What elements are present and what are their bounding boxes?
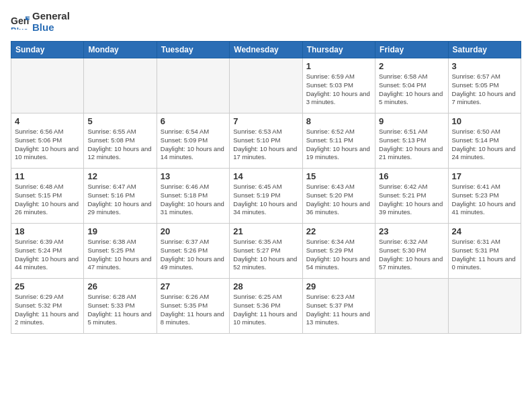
weekday-header-thursday: Thursday xyxy=(302,42,375,58)
day-number: 5 xyxy=(87,116,152,126)
calendar-cell: 28Sunrise: 6:25 AM Sunset: 5:36 PM Dayli… xyxy=(230,279,302,334)
calendar-cell: 12Sunrise: 6:47 AM Sunset: 5:16 PM Dayli… xyxy=(84,169,157,224)
day-info: Sunrise: 6:31 AM Sunset: 5:31 PM Dayligh… xyxy=(452,238,517,272)
day-number: 4 xyxy=(15,116,80,126)
day-number: 15 xyxy=(306,171,371,181)
day-number: 29 xyxy=(306,281,371,291)
day-number: 11 xyxy=(15,171,80,181)
calendar-cell: 19Sunrise: 6:38 AM Sunset: 5:25 PM Dayli… xyxy=(84,224,157,279)
day-number: 21 xyxy=(233,226,298,236)
calendar-cell xyxy=(375,279,448,334)
day-number: 22 xyxy=(306,226,371,236)
calendar-cell: 27Sunrise: 6:26 AM Sunset: 5:35 PM Dayli… xyxy=(157,279,229,334)
day-info: Sunrise: 6:59 AM Sunset: 5:03 PM Dayligh… xyxy=(306,73,371,107)
svg-text:Blue: Blue xyxy=(11,26,28,30)
page-container: General Blue General Blue SundayMondayTu… xyxy=(0,0,532,342)
calendar-header-row: SundayMondayTuesdayWednesdayThursdayFrid… xyxy=(11,42,521,58)
calendar-cell: 2Sunrise: 6:58 AM Sunset: 5:04 PM Daylig… xyxy=(375,58,448,113)
day-number: 8 xyxy=(306,116,371,126)
calendar-cell xyxy=(157,58,229,113)
day-number: 25 xyxy=(15,281,80,291)
day-number: 27 xyxy=(161,281,226,291)
logo-icon: General Blue xyxy=(11,15,30,30)
weekday-header-monday: Monday xyxy=(84,42,157,58)
weekday-header-saturday: Saturday xyxy=(448,42,521,58)
day-number: 24 xyxy=(452,226,517,236)
day-info: Sunrise: 6:43 AM Sunset: 5:20 PM Dayligh… xyxy=(306,183,371,217)
day-info: Sunrise: 6:53 AM Sunset: 5:10 PM Dayligh… xyxy=(233,128,298,162)
day-number: 7 xyxy=(233,116,298,126)
calendar-week-row: 1Sunrise: 6:59 AM Sunset: 5:03 PM Daylig… xyxy=(11,58,521,113)
calendar-week-row: 11Sunrise: 6:48 AM Sunset: 5:15 PM Dayli… xyxy=(11,169,521,224)
calendar-cell: 14Sunrise: 6:45 AM Sunset: 5:19 PM Dayli… xyxy=(230,169,302,224)
day-info: Sunrise: 6:45 AM Sunset: 5:19 PM Dayligh… xyxy=(233,183,298,217)
day-number: 16 xyxy=(379,171,444,181)
calendar-table: SundayMondayTuesdayWednesdayThursdayFrid… xyxy=(11,41,521,334)
day-number: 6 xyxy=(161,116,226,126)
day-number: 3 xyxy=(452,61,517,71)
calendar-cell: 15Sunrise: 6:43 AM Sunset: 5:20 PM Dayli… xyxy=(302,169,375,224)
day-info: Sunrise: 6:46 AM Sunset: 5:18 PM Dayligh… xyxy=(161,183,226,217)
day-number: 26 xyxy=(87,281,152,291)
weekday-header-friday: Friday xyxy=(375,42,448,58)
day-info: Sunrise: 6:56 AM Sunset: 5:06 PM Dayligh… xyxy=(15,128,80,162)
calendar-cell: 7Sunrise: 6:53 AM Sunset: 5:10 PM Daylig… xyxy=(230,113,302,169)
day-info: Sunrise: 6:37 AM Sunset: 5:26 PM Dayligh… xyxy=(161,238,226,272)
day-number: 28 xyxy=(233,281,298,291)
calendar-cell: 25Sunrise: 6:29 AM Sunset: 5:32 PM Dayli… xyxy=(11,279,84,334)
day-info: Sunrise: 6:55 AM Sunset: 5:08 PM Dayligh… xyxy=(87,128,152,162)
day-info: Sunrise: 6:57 AM Sunset: 5:05 PM Dayligh… xyxy=(452,73,517,107)
day-info: Sunrise: 6:42 AM Sunset: 5:21 PM Dayligh… xyxy=(379,183,444,217)
day-info: Sunrise: 6:51 AM Sunset: 5:13 PM Dayligh… xyxy=(379,128,444,162)
day-info: Sunrise: 6:38 AM Sunset: 5:25 PM Dayligh… xyxy=(87,238,152,272)
calendar-cell: 18Sunrise: 6:39 AM Sunset: 5:24 PM Dayli… xyxy=(11,224,84,279)
day-info: Sunrise: 6:47 AM Sunset: 5:16 PM Dayligh… xyxy=(87,183,152,217)
day-info: Sunrise: 6:50 AM Sunset: 5:14 PM Dayligh… xyxy=(452,128,517,162)
calendar-cell: 24Sunrise: 6:31 AM Sunset: 5:31 PM Dayli… xyxy=(448,224,521,279)
calendar-cell: 10Sunrise: 6:50 AM Sunset: 5:14 PM Dayli… xyxy=(448,113,521,169)
day-number: 1 xyxy=(306,61,371,71)
calendar-cell: 6Sunrise: 6:54 AM Sunset: 5:09 PM Daylig… xyxy=(157,113,229,169)
calendar-cell: 23Sunrise: 6:32 AM Sunset: 5:30 PM Dayli… xyxy=(375,224,448,279)
day-number: 23 xyxy=(379,226,444,236)
calendar-cell xyxy=(11,58,84,113)
calendar-cell: 3Sunrise: 6:57 AM Sunset: 5:05 PM Daylig… xyxy=(448,58,521,113)
day-info: Sunrise: 6:34 AM Sunset: 5:29 PM Dayligh… xyxy=(306,238,371,272)
day-info: Sunrise: 6:58 AM Sunset: 5:04 PM Dayligh… xyxy=(379,73,444,107)
day-info: Sunrise: 6:29 AM Sunset: 5:32 PM Dayligh… xyxy=(15,293,80,327)
day-info: Sunrise: 6:23 AM Sunset: 5:37 PM Dayligh… xyxy=(306,293,371,327)
calendar-week-row: 4Sunrise: 6:56 AM Sunset: 5:06 PM Daylig… xyxy=(11,113,521,169)
day-number: 9 xyxy=(379,116,444,126)
calendar-cell xyxy=(230,58,302,113)
calendar-week-row: 25Sunrise: 6:29 AM Sunset: 5:32 PM Dayli… xyxy=(11,279,521,334)
calendar-cell: 16Sunrise: 6:42 AM Sunset: 5:21 PM Dayli… xyxy=(375,169,448,224)
day-info: Sunrise: 6:52 AM Sunset: 5:11 PM Dayligh… xyxy=(306,128,371,162)
calendar-cell: 26Sunrise: 6:28 AM Sunset: 5:33 PM Dayli… xyxy=(84,279,157,334)
calendar-cell: 1Sunrise: 6:59 AM Sunset: 5:03 PM Daylig… xyxy=(302,58,375,113)
calendar-cell: 20Sunrise: 6:37 AM Sunset: 5:26 PM Dayli… xyxy=(157,224,229,279)
day-number: 13 xyxy=(161,171,226,181)
calendar-cell: 13Sunrise: 6:46 AM Sunset: 5:18 PM Dayli… xyxy=(157,169,229,224)
calendar-cell: 5Sunrise: 6:55 AM Sunset: 5:08 PM Daylig… xyxy=(84,113,157,169)
calendar-cell: 29Sunrise: 6:23 AM Sunset: 5:37 PM Dayli… xyxy=(302,279,375,334)
day-number: 10 xyxy=(452,116,517,126)
day-info: Sunrise: 6:54 AM Sunset: 5:09 PM Dayligh… xyxy=(161,128,226,162)
calendar-cell: 9Sunrise: 6:51 AM Sunset: 5:13 PM Daylig… xyxy=(375,113,448,169)
weekday-header-tuesday: Tuesday xyxy=(157,42,229,58)
calendar-cell: 21Sunrise: 6:35 AM Sunset: 5:27 PM Dayli… xyxy=(230,224,302,279)
calendar-cell: 8Sunrise: 6:52 AM Sunset: 5:11 PM Daylig… xyxy=(302,113,375,169)
logo-text: General Blue xyxy=(32,11,70,33)
day-number: 12 xyxy=(87,171,152,181)
day-number: 2 xyxy=(379,61,444,71)
day-info: Sunrise: 6:35 AM Sunset: 5:27 PM Dayligh… xyxy=(233,238,298,272)
page-header: General Blue General Blue xyxy=(11,11,521,33)
calendar-cell: 17Sunrise: 6:41 AM Sunset: 5:23 PM Dayli… xyxy=(448,169,521,224)
calendar-cell: 11Sunrise: 6:48 AM Sunset: 5:15 PM Dayli… xyxy=(11,169,84,224)
day-info: Sunrise: 6:41 AM Sunset: 5:23 PM Dayligh… xyxy=(452,183,517,217)
calendar-cell: 22Sunrise: 6:34 AM Sunset: 5:29 PM Dayli… xyxy=(302,224,375,279)
day-info: Sunrise: 6:39 AM Sunset: 5:24 PM Dayligh… xyxy=(15,238,80,272)
weekday-header-sunday: Sunday xyxy=(11,42,84,58)
calendar-cell xyxy=(448,279,521,334)
day-number: 18 xyxy=(15,226,80,236)
day-number: 14 xyxy=(233,171,298,181)
